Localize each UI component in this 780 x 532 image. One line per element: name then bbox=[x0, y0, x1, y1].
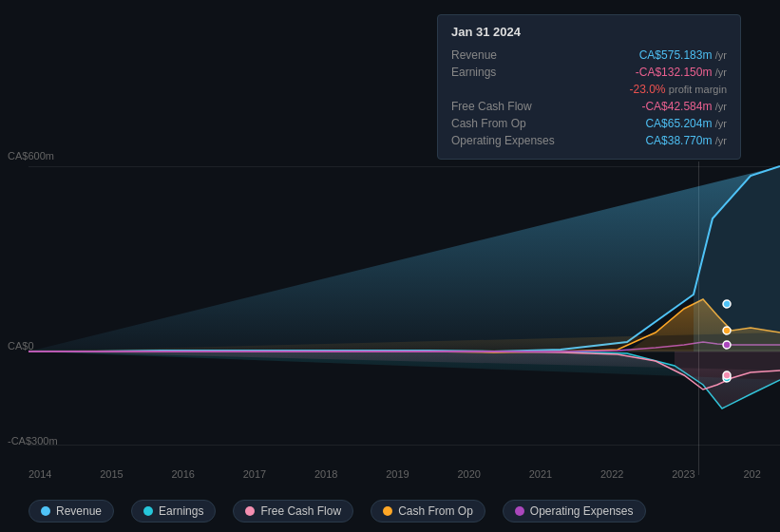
x-label-2019: 2019 bbox=[386, 468, 409, 480]
x-label-2021: 2021 bbox=[529, 468, 552, 480]
tooltip-row-cashfromop: Cash From Op CA$65.204m /yr bbox=[451, 115, 727, 132]
x-label-2024: 202 bbox=[744, 468, 761, 480]
x-axis: 2014 2015 2016 2017 2018 2019 2020 2021 … bbox=[29, 468, 780, 480]
tooltip-label-earnings: Earnings bbox=[451, 66, 575, 79]
x-label-2017: 2017 bbox=[243, 468, 266, 480]
legend-dot-revenue bbox=[41, 506, 50, 516]
tooltip-row-fcf: Free Cash Flow -CA$42.584m /yr bbox=[451, 98, 727, 115]
tooltip-row-opex: Operating Expenses CA$38.770m /yr bbox=[451, 132, 727, 149]
x-label-2023: 2023 bbox=[672, 468, 694, 480]
legend-dot-cashop bbox=[383, 506, 392, 516]
legend-dot-opex bbox=[515, 506, 524, 516]
tooltip-value-margin: -23.0% profit margin bbox=[630, 83, 728, 96]
tooltip-label-cashfromop: Cash From Op bbox=[451, 117, 575, 130]
tooltip-label-opex: Operating Expenses bbox=[451, 134, 575, 147]
revenue-dot bbox=[723, 300, 731, 308]
x-label-2018: 2018 bbox=[314, 468, 337, 480]
legend-dot-earnings bbox=[143, 506, 153, 516]
tooltip-value-revenue: CA$575.183m /yr bbox=[639, 48, 727, 62]
y-label-top: CA$600m bbox=[8, 150, 54, 162]
legend-earnings[interactable]: Earnings bbox=[131, 500, 216, 522]
tooltip-label-revenue: Revenue bbox=[451, 48, 575, 62]
fcf-dot bbox=[723, 371, 731, 379]
legend-label-cashop: Cash From Op bbox=[398, 504, 473, 518]
legend-cashop[interactable]: Cash From Op bbox=[371, 500, 485, 522]
tooltip-label-fcf: Free Cash Flow bbox=[451, 100, 575, 113]
x-label-2015: 2015 bbox=[100, 468, 123, 480]
tooltip-value-fcf: -CA$42.584m /yr bbox=[641, 100, 727, 113]
legend-opex[interactable]: Operating Expenses bbox=[503, 500, 646, 522]
tooltip-value-earnings: -CA$132.150m /yr bbox=[636, 66, 727, 79]
x-label-2014: 2014 bbox=[29, 468, 51, 480]
chart-legend: Revenue Earnings Free Cash Flow Cash Fro… bbox=[29, 500, 646, 522]
legend-label-revenue: Revenue bbox=[56, 504, 102, 518]
legend-label-fcf: Free Cash Flow bbox=[260, 504, 341, 518]
cashop-dot bbox=[723, 327, 731, 334]
data-tooltip: Jan 31 2024 Revenue CA$575.183m /yr Earn… bbox=[437, 14, 741, 160]
legend-revenue[interactable]: Revenue bbox=[29, 500, 114, 522]
x-label-2016: 2016 bbox=[172, 468, 195, 480]
legend-label-earnings: Earnings bbox=[159, 504, 203, 518]
x-label-2020: 2020 bbox=[458, 468, 481, 480]
tooltip-row-earnings: Earnings -CA$132.150m /yr bbox=[451, 64, 727, 81]
tooltip-row-margin: -23.0% profit margin bbox=[451, 81, 727, 98]
opex-dot bbox=[723, 341, 731, 349]
x-label-2022: 2022 bbox=[600, 468, 623, 480]
legend-fcf[interactable]: Free Cash Flow bbox=[233, 500, 353, 522]
chart-svg: C C C C bbox=[29, 162, 780, 451]
tooltip-row-revenue: Revenue CA$575.183m /yr bbox=[451, 47, 727, 64]
legend-dot-fcf bbox=[245, 506, 255, 516]
tooltip-value-cashfromop: CA$65.204m /yr bbox=[645, 117, 727, 130]
legend-label-opex: Operating Expenses bbox=[530, 504, 634, 518]
tooltip-value-opex: CA$38.770m /yr bbox=[645, 134, 727, 147]
tooltip-title: Jan 31 2024 bbox=[451, 25, 727, 39]
